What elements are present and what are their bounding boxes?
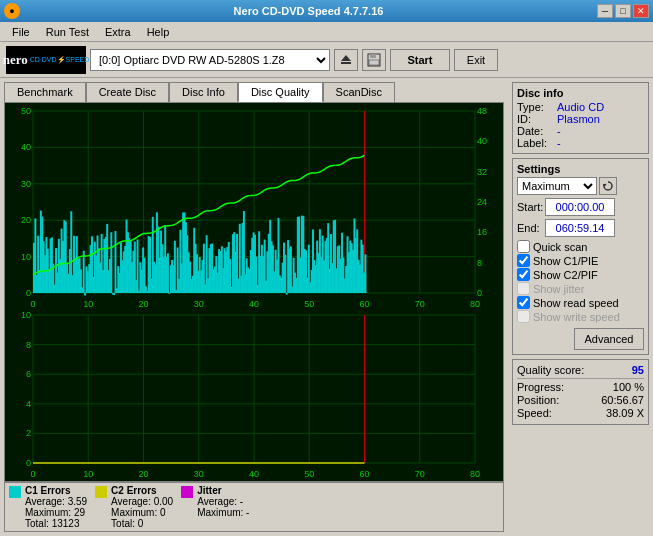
start-time-input[interactable] <box>545 198 615 216</box>
quick-scan-checkbox[interactable] <box>517 240 530 253</box>
show-write-speed-checkbox[interactable] <box>517 310 530 323</box>
quick-scan-row: Quick scan <box>517 240 644 253</box>
legend-c1-stats: C1 Errors Average: 3.59 Maximum: 29 Tota… <box>25 485 87 529</box>
exit-button[interactable]: Exit <box>454 49 498 71</box>
drive-select[interactable]: [0:0] Optiarc DVD RW AD-5280S 1.Z8 <box>90 49 330 71</box>
legend-c2-color <box>95 486 107 498</box>
start-button[interactable]: Start <box>390 49 450 71</box>
end-time-input[interactable] <box>545 219 615 237</box>
chart-bottom-canvas <box>5 311 503 481</box>
chart-top <box>5 103 503 311</box>
chart-top-canvas <box>5 103 503 311</box>
speed-select[interactable]: Maximum <box>517 177 597 195</box>
svg-rect-4 <box>369 60 379 65</box>
speed-row: Maximum <box>517 177 644 195</box>
legend-c1: C1 Errors Average: 3.59 Maximum: 29 Tota… <box>9 485 87 529</box>
settings-section: Settings Maximum Start: End: <box>512 158 649 355</box>
svg-marker-0 <box>341 55 351 61</box>
eject-icon <box>339 53 353 67</box>
menu-bar: File Run Test Extra Help <box>0 22 653 42</box>
position-label: Position: <box>517 394 559 406</box>
save-button[interactable] <box>362 49 386 71</box>
tab-create-disc[interactable]: Create Disc <box>86 82 169 102</box>
end-time-row: End: <box>517 219 644 237</box>
speed-value: 38.09 X <box>606 407 644 419</box>
reset-speed-button[interactable] <box>599 177 617 195</box>
disc-type-row: Type: Audio CD <box>517 101 644 113</box>
show-c2-checkbox[interactable] <box>517 268 530 281</box>
progress-label: Progress: <box>517 381 564 393</box>
close-button[interactable]: ✕ <box>633 4 649 18</box>
show-write-speed-row: Show write speed <box>517 310 644 323</box>
disc-id-row: ID: Plasmon <box>517 113 644 125</box>
svg-rect-1 <box>341 62 351 64</box>
settings-title: Settings <box>517 163 644 175</box>
legend: C1 Errors Average: 3.59 Maximum: 29 Tota… <box>4 482 504 532</box>
title-bar-controls: ─ □ ✕ <box>597 4 649 18</box>
quality-score-section: Quality score: 95 Progress: 100 % Positi… <box>512 359 649 425</box>
speed-row: Speed: 38.09 X <box>517 407 644 419</box>
tab-disc-info[interactable]: Disc Info <box>169 82 238 102</box>
start-time-row: Start: <box>517 198 644 216</box>
disc-label-row: Label: - <box>517 137 644 149</box>
toolbar: nero CD·DVD⚡SPEED [0:0] Optiarc DVD RW A… <box>0 42 653 78</box>
reset-icon <box>603 181 613 191</box>
progress-row: Progress: 100 % <box>517 381 644 393</box>
show-c2-row: Show C2/PIF <box>517 268 644 281</box>
tab-bar: Benchmark Create Disc Disc Info Disc Qua… <box>4 82 504 102</box>
show-jitter-checkbox[interactable] <box>517 282 530 295</box>
legend-jitter-color <box>181 486 193 498</box>
save-icon <box>367 53 381 67</box>
show-c1-checkbox[interactable] <box>517 254 530 267</box>
show-jitter-row: Show jitter <box>517 282 644 295</box>
disc-info-section: Disc info Type: Audio CD ID: Plasmon Dat… <box>512 82 649 154</box>
quality-score-label: Quality score: <box>517 364 584 376</box>
show-read-speed-row: Show read speed <box>517 296 644 309</box>
chart-container <box>4 102 504 482</box>
legend-c2-stats: C2 Errors Average: 0.00 Maximum: 0 Total… <box>111 485 173 529</box>
minimize-button[interactable]: ─ <box>597 4 613 18</box>
title-bar-text: Nero CD-DVD Speed 4.7.7.16 <box>20 5 597 17</box>
menu-extra[interactable]: Extra <box>97 24 139 40</box>
svg-rect-3 <box>370 54 376 58</box>
tab-scan-disc[interactable]: ScanDisc <box>323 82 395 102</box>
chart-bottom <box>5 311 503 481</box>
eject-button[interactable] <box>334 49 358 71</box>
menu-help[interactable]: Help <box>139 24 178 40</box>
nero-logo: nero CD·DVD⚡SPEED <box>6 46 86 74</box>
tab-benchmark[interactable]: Benchmark <box>4 82 86 102</box>
menu-file[interactable]: File <box>4 24 38 40</box>
tab-disc-quality[interactable]: Disc Quality <box>238 82 323 102</box>
legend-jitter: Jitter Average: - Maximum: - <box>181 485 249 529</box>
title-bar: ● Nero CD-DVD Speed 4.7.7.16 ─ □ ✕ <box>0 0 653 22</box>
legend-jitter-stats: Jitter Average: - Maximum: - <box>197 485 249 529</box>
app-icon: ● <box>4 3 20 19</box>
position-value: 60:56.67 <box>601 394 644 406</box>
quality-score-row: Quality score: 95 <box>517 364 644 376</box>
left-panel: Benchmark Create Disc Disc Info Disc Qua… <box>0 78 508 536</box>
legend-c2: C2 Errors Average: 0.00 Maximum: 0 Total… <box>95 485 173 529</box>
main-content: Benchmark Create Disc Disc Info Disc Qua… <box>0 78 653 536</box>
speed-label: Speed: <box>517 407 552 419</box>
right-panel: Disc info Type: Audio CD ID: Plasmon Dat… <box>508 78 653 536</box>
disc-date-row: Date: - <box>517 125 644 137</box>
menu-run-test[interactable]: Run Test <box>38 24 97 40</box>
show-read-speed-checkbox[interactable] <box>517 296 530 309</box>
advanced-button[interactable]: Advanced <box>574 328 644 350</box>
show-c1-row: Show C1/PIE <box>517 254 644 267</box>
legend-c1-color <box>9 486 21 498</box>
quality-score-value: 95 <box>632 364 644 376</box>
disc-info-title: Disc info <box>517 87 644 99</box>
progress-value: 100 % <box>613 381 644 393</box>
position-row: Position: 60:56.67 <box>517 394 644 406</box>
maximize-button[interactable]: □ <box>615 4 631 18</box>
